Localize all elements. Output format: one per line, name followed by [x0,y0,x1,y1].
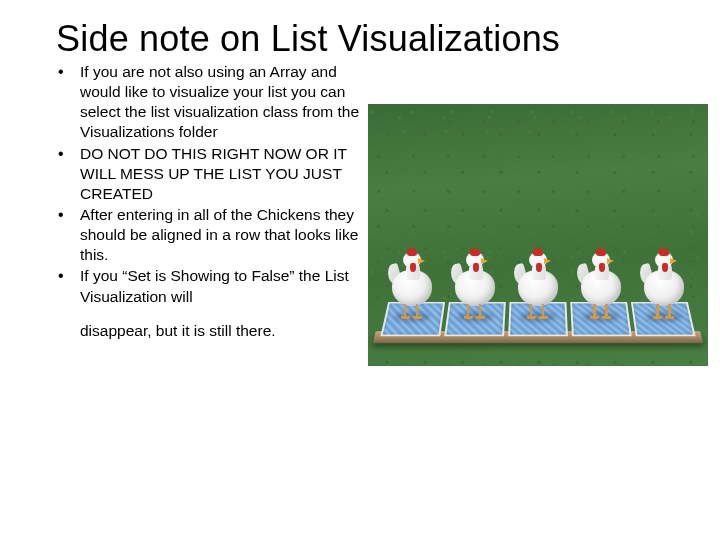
slide-content: If you are not also using an Array and w… [0,60,720,366]
chicken-icon [510,248,566,318]
bullet-item: DO NOT DO THIS RIGHT NOW OR IT WILL MESS… [50,144,360,204]
chicken-icon [573,248,629,318]
chicken-icon [384,248,440,318]
chicken-icon [447,248,503,318]
chickens-row [380,248,696,318]
bullet-item: After entering in all of the Chickens th… [50,205,360,265]
illustration [368,104,708,366]
bullet-list: If you are not also using an Array and w… [50,62,360,366]
chickens-scene [368,104,708,366]
trailing-text: disappear, but it is still there. [50,321,360,341]
bullet-item: If you are not also using an Array and w… [50,62,360,143]
chicken-icon [636,248,692,318]
bullet-item: If you “Set is Showing to False” the Lis… [50,266,360,306]
slide-title: Side note on List Visualizations [0,0,720,60]
